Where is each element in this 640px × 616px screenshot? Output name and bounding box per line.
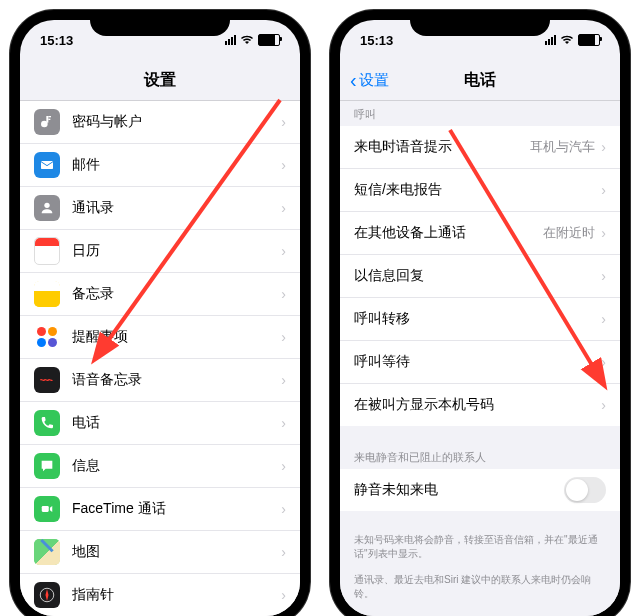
mail-icon [34, 152, 60, 178]
chevron-right-icon: › [281, 200, 286, 216]
status-indicators [225, 34, 280, 46]
chevron-right-icon: › [281, 544, 286, 560]
contacts-icon [34, 195, 60, 221]
settings-row[interactable]: 在被叫方显示本机号码› [340, 384, 620, 426]
settings-row[interactable]: 在其他设备上通话在附近时› [340, 212, 620, 255]
row-label: 备忘录 [72, 285, 281, 303]
settings-row[interactable]: 以信息回复› [340, 255, 620, 298]
row-label: 语音备忘录 [72, 371, 281, 389]
svg-point-5 [44, 203, 49, 208]
settings-row[interactable]: 信息› [20, 445, 300, 488]
row-label: 信息 [72, 457, 281, 475]
back-label: 设置 [359, 71, 389, 90]
chevron-right-icon: › [281, 329, 286, 345]
back-button[interactable]: ‹设置 [350, 69, 389, 92]
row-label: 在其他设备上通话 [354, 224, 543, 242]
settings-row[interactable]: 邮件› [20, 144, 300, 187]
chevron-right-icon: › [281, 415, 286, 431]
settings-list[interactable]: 密码与帐户›邮件›通讯录›日历›备忘录›提醒事项›语音备忘录›电话›信息›Fac… [20, 101, 300, 616]
footer-text: 未知号码来电将会静音，转接至语音信箱，并在"最近通话"列表中显示。 [340, 529, 620, 569]
signal-icon [545, 35, 556, 45]
row-label: 以信息回复 [354, 267, 601, 285]
page-title: 设置 [144, 70, 176, 91]
toggle-silence-unknown[interactable] [564, 477, 606, 503]
compass-icon [34, 582, 60, 608]
settings-row[interactable]: 密码与帐户› [20, 101, 300, 144]
notch [410, 10, 550, 36]
chevron-right-icon: › [601, 354, 606, 370]
row-label: 提醒事项 [72, 328, 281, 346]
settings-row[interactable]: FaceTime 通话› [20, 488, 300, 531]
settings-row[interactable]: 电话› [20, 402, 300, 445]
row-label: FaceTime 通话 [72, 500, 281, 518]
row-label: 短信/来电报告 [354, 181, 601, 199]
chevron-right-icon: › [281, 501, 286, 517]
svg-rect-2 [48, 116, 51, 117]
chevron-right-icon: › [601, 268, 606, 284]
row-label: 静音未知来电 [354, 481, 564, 499]
settings-row[interactable]: 指南针› [20, 574, 300, 616]
voicememos-icon [34, 367, 60, 393]
status-time: 15:13 [40, 33, 90, 48]
row-label: 日历 [72, 242, 281, 260]
row-label: 邮件 [72, 156, 281, 174]
section-header-silence: 来电静音和已阻止的联系人 [340, 444, 620, 469]
notes-icon [34, 281, 60, 307]
facetime-icon [34, 496, 60, 522]
phone-icon [34, 410, 60, 436]
row-label: 电话 [72, 414, 281, 432]
navbar-phone: ‹设置 电话 [340, 60, 620, 101]
chevron-right-icon: › [601, 225, 606, 241]
page-title: 电话 [464, 70, 496, 91]
row-label: 地图 [72, 543, 281, 561]
battery-icon [258, 34, 280, 46]
row-detail: 在附近时 [543, 224, 595, 242]
footer-text: 通讯录、最近去电和Siri 建议中的联系人来电时仍会响铃。 [340, 569, 620, 609]
battery-icon [578, 34, 600, 46]
settings-row[interactable]: 语音备忘录› [20, 359, 300, 402]
chevron-right-icon: › [281, 243, 286, 259]
phone-frame-left: 15:13 设置 密码与帐户›邮件›通讯录›日历›备忘录›提醒事项›语音备忘录›… [10, 10, 310, 616]
settings-row[interactable]: 短信/来电报告› [340, 169, 620, 212]
row-label: 通讯录 [72, 199, 281, 217]
calendar-icon [34, 238, 60, 264]
chevron-right-icon: › [281, 286, 286, 302]
status-indicators [545, 34, 600, 46]
row-label: 在被叫方显示本机号码 [354, 396, 601, 414]
phone-settings-list[interactable]: 呼叫 来电时语音提示耳机与汽车›短信/来电报告›在其他设备上通话在附近时›以信息… [340, 101, 620, 616]
settings-row[interactable]: 日历› [20, 230, 300, 273]
settings-row[interactable]: 提醒事项› [20, 316, 300, 359]
settings-row[interactable]: 呼叫转移› [340, 298, 620, 341]
settings-row[interactable]: 来电时语音提示耳机与汽车› [340, 126, 620, 169]
settings-row[interactable]: 地图› [20, 531, 300, 574]
row-label: 指南针 [72, 586, 281, 604]
svg-rect-4 [41, 161, 53, 169]
row-label: 来电时语音提示 [354, 138, 530, 156]
notch [90, 10, 230, 36]
chevron-right-icon: › [601, 397, 606, 413]
row-label: 呼叫转移 [354, 310, 601, 328]
chevron-left-icon: ‹ [350, 69, 357, 92]
maps-icon [34, 539, 60, 565]
row-silence-unknown[interactable]: 静音未知来电 [340, 469, 620, 511]
chevron-right-icon: › [281, 157, 286, 173]
status-time: 15:13 [360, 33, 410, 48]
svg-rect-3 [48, 119, 50, 120]
chevron-right-icon: › [281, 458, 286, 474]
settings-row[interactable]: 呼叫等待› [340, 341, 620, 384]
wifi-icon [240, 35, 254, 45]
settings-row[interactable]: 备忘录› [20, 273, 300, 316]
navbar-settings: 设置 [20, 60, 300, 101]
chevron-right-icon: › [281, 372, 286, 388]
row-detail: 耳机与汽车 [530, 138, 595, 156]
row-label: 呼叫等待 [354, 353, 601, 371]
settings-row[interactable]: 通讯录› [20, 187, 300, 230]
section-header-calls: 呼叫 [340, 101, 620, 126]
row-label: 密码与帐户 [72, 113, 281, 131]
reminders-icon [34, 324, 60, 350]
chevron-right-icon: › [601, 139, 606, 155]
screen-left: 15:13 设置 密码与帐户›邮件›通讯录›日历›备忘录›提醒事项›语音备忘录›… [20, 20, 300, 616]
chevron-right-icon: › [601, 182, 606, 198]
chevron-right-icon: › [601, 311, 606, 327]
messages-icon [34, 453, 60, 479]
